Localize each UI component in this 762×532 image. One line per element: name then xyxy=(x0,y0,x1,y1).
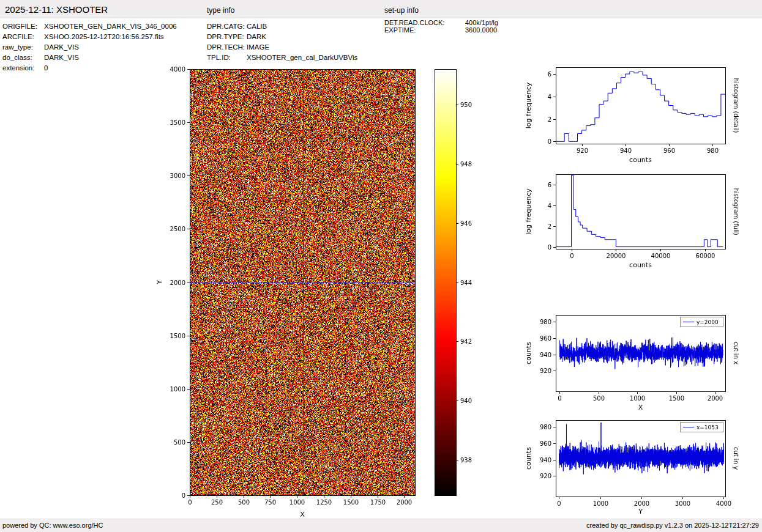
info-label: TPL.ID: xyxy=(207,53,247,63)
setup-info-row: DET.READ.CLOCK:400k/1pt/lg xyxy=(384,19,498,26)
info-value: IMAGE xyxy=(247,43,269,51)
raw-image-heatmap xyxy=(153,64,428,520)
file-info-row: do_class:DARK_VIS xyxy=(2,53,177,63)
info-label: DPR.TECH: xyxy=(207,42,247,53)
file-info-row: extension:0 xyxy=(2,63,177,73)
setup-info-row: EXPTIME:3600.0000 xyxy=(384,26,498,34)
info-label: DPR.CATG: xyxy=(207,21,247,32)
type-info-heading: type info xyxy=(207,6,234,15)
setup-info-heading: set-up info xyxy=(384,6,419,15)
footer-bar: powered by QC: www.eso.org/HC created by… xyxy=(0,519,762,532)
info-value: 400k/1pt/lg xyxy=(465,19,498,26)
info-label: DET.READ.CLOCK: xyxy=(384,19,465,26)
type-info-row: DPR.TYPE:DARK xyxy=(207,32,357,42)
histogram-full-plot xyxy=(523,171,744,276)
file-info-row: ARCFILE:XSHOO.2025-12-12T20:16:56.257.fi… xyxy=(2,32,177,42)
qc-rawdisp-page: 2025-12-11: XSHOOTER type info set-up in… xyxy=(0,0,762,532)
info-label: ORIGFILE: xyxy=(2,21,44,32)
cut-in-x-plot xyxy=(523,312,744,417)
info-value: DARK xyxy=(247,33,266,40)
info-label: EXPTIME: xyxy=(384,26,465,34)
histogram-detail-plot xyxy=(523,64,744,171)
footer-created-by: created by qc_rawdisp.py v1.2.3 on 2025-… xyxy=(586,522,759,529)
type-info-block: DPR.CATG:CALIBDPR.TYPE:DARKDPR.TECH:IMAG… xyxy=(207,21,357,63)
footer-credit: powered by QC: www.eso.org/HC xyxy=(2,522,103,529)
page-title: 2025-12-11: XSHOOTER xyxy=(5,4,108,15)
colorbar xyxy=(428,64,496,520)
info-value: XSHOOTER_GEN_DARK_VIS_346_0006 xyxy=(44,23,177,30)
setup-info-block: DET.READ.CLOCK:400k/1pt/lgEXPTIME:3600.0… xyxy=(384,19,498,34)
info-value: 0 xyxy=(44,64,48,72)
info-value: XSHOO.2025-12-12T20:16:56.257.fits xyxy=(44,33,164,40)
info-value: CALIB xyxy=(247,23,267,30)
info-value: DARK_VIS xyxy=(44,43,79,51)
info-label: DPR.TYPE: xyxy=(207,32,247,42)
info-value: 3600.0000 xyxy=(465,26,497,34)
cut-in-y-plot xyxy=(523,417,744,517)
header-bar: 2025-12-11: XSHOOTER type info set-up in… xyxy=(0,0,762,18)
file-info-block: ORIGFILE:XSHOOTER_GEN_DARK_VIS_346_0006A… xyxy=(2,21,177,73)
file-info-row: ORIGFILE:XSHOOTER_GEN_DARK_VIS_346_0006 xyxy=(2,21,177,32)
info-label: ARCFILE: xyxy=(2,32,44,42)
type-info-row: DPR.TECH:IMAGE xyxy=(207,42,357,53)
info-label: raw_type: xyxy=(2,42,44,53)
info-value: XSHOOTER_gen_cal_DarkUVBVis xyxy=(247,54,357,61)
info-value: DARK_VIS xyxy=(44,54,79,61)
info-label: extension: xyxy=(2,63,44,73)
info-label: do_class: xyxy=(2,53,44,63)
type-info-row: DPR.CATG:CALIB xyxy=(207,21,357,32)
type-info-row: TPL.ID:XSHOOTER_gen_cal_DarkUVBVis xyxy=(207,53,357,63)
file-info-row: raw_type:DARK_VIS xyxy=(2,42,177,53)
